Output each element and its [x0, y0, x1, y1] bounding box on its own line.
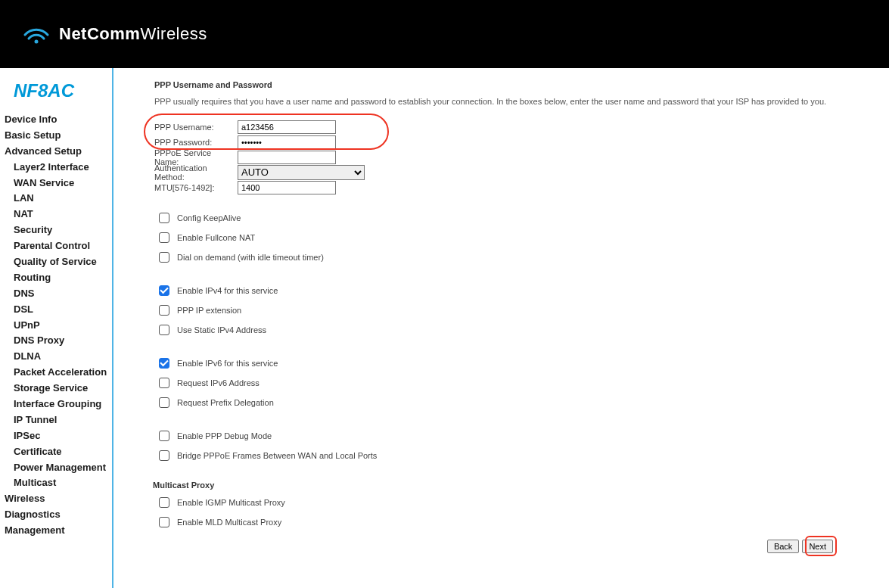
app-header: NetCommWireless	[0, 0, 889, 68]
nav-ipsec[interactable]: IPSec	[14, 428, 112, 444]
nav-security[interactable]: Security	[14, 222, 112, 238]
brand-logo: NetCommWireless	[23, 23, 207, 45]
nav-advanced-setup[interactable]: Advanced Setup	[5, 144, 112, 160]
nav-basic-setup[interactable]: Basic Setup	[5, 128, 112, 144]
chk-dod[interactable]	[159, 252, 169, 263]
lbl-keepalive: Config KeepAlive	[177, 213, 241, 222]
nav-wan-service[interactable]: WAN Service	[14, 176, 112, 191]
nav-upnp[interactable]: UPnP	[14, 318, 112, 334]
auth-method-select[interactable]: AUTO	[238, 165, 365, 180]
nav-dlna[interactable]: DLNA	[14, 349, 112, 365]
nav-interface-grouping[interactable]: Interface Grouping	[14, 397, 112, 412]
ppp-password-input[interactable]	[238, 135, 336, 149]
lbl-dod: Dial on demand (with idle timeout timer)	[177, 253, 324, 262]
mtu-input[interactable]	[238, 181, 336, 194]
nav-certificate[interactable]: Certificate	[14, 444, 112, 460]
nav-parental-control[interactable]: Parental Control	[14, 238, 112, 254]
nav-dsl[interactable]: DSL	[14, 302, 112, 318]
chk-pppip[interactable]	[159, 305, 169, 316]
chk-reqpd[interactable]	[159, 397, 169, 408]
nav-management[interactable]: Management	[5, 523, 112, 539]
nav-multicast[interactable]: Multicast	[14, 475, 112, 491]
brand-name-light: Wireless	[140, 24, 207, 44]
chk-fullcone[interactable]	[159, 232, 169, 243]
nav-storage-service[interactable]: Storage Service	[14, 381, 112, 397]
nav-diagnostics[interactable]: Diagnostics	[5, 507, 112, 523]
back-button[interactable]: Back	[767, 540, 799, 553]
chk-staticv4[interactable]	[159, 325, 169, 335]
nav-packet-acceleration[interactable]: Packet Acceleration	[14, 365, 112, 381]
nav-routing[interactable]: Routing	[14, 270, 112, 286]
page-title: PPP Username and Password	[154, 80, 871, 89]
nav-dns-proxy[interactable]: DNS Proxy	[14, 333, 112, 349]
model-label: NF8AC	[0, 76, 112, 112]
multicast-section-title: Multicast Proxy	[153, 481, 871, 490]
chk-ipv4[interactable]	[159, 285, 169, 296]
chk-igmp[interactable]	[159, 497, 169, 508]
chk-bridge[interactable]	[159, 450, 169, 461]
lbl-reqv6: Request IPv6 Address	[177, 378, 260, 387]
chk-keepalive[interactable]	[159, 213, 169, 223]
next-button[interactable]: Next	[802, 540, 833, 553]
chk-ipv6[interactable]	[159, 358, 169, 369]
nav-dns[interactable]: DNS	[14, 286, 112, 302]
lbl-fullcone: Enable Fullcone NAT	[177, 233, 255, 242]
brand-name-bold: NetComm	[59, 24, 140, 44]
lbl-reqpd: Request Prefix Delegation	[177, 398, 274, 407]
page-intro: PPP usually requires that you have a use…	[154, 97, 871, 106]
sidebar: NF8AC Device Info Basic Setup Advanced S…	[0, 68, 113, 588]
lbl-bridge: Bridge PPPoE Frames Between WAN and Loca…	[177, 451, 377, 460]
pppoe-service-input[interactable]	[238, 151, 336, 164]
lbl-mld: Enable MLD Multicast Proxy	[177, 518, 281, 527]
lbl-ipv6: Enable IPv6 for this service	[177, 359, 278, 368]
ppp-username-input[interactable]	[238, 120, 336, 134]
lbl-debug: Enable PPP Debug Mode	[177, 431, 272, 440]
nav-ip-tunnel[interactable]: IP Tunnel	[14, 412, 112, 428]
wifi-arc-icon	[23, 23, 50, 45]
lbl-ipv4: Enable IPv4 for this service	[177, 286, 278, 295]
nav-wireless[interactable]: Wireless	[5, 491, 112, 507]
nav-layer2-interface[interactable]: Layer2 Interface	[14, 160, 112, 176]
label-password: PPP Password:	[154, 138, 238, 147]
nav-lan[interactable]: LAN	[14, 191, 112, 207]
label-username: PPP Username:	[154, 123, 238, 132]
label-mtu: MTU[576-1492]:	[154, 183, 238, 192]
label-auth: Authentication Method:	[154, 163, 238, 182]
nav-device-info[interactable]: Device Info	[5, 112, 112, 128]
lbl-staticv4: Use Static IPv4 Address	[177, 325, 266, 334]
nav-nat[interactable]: NAT	[14, 207, 112, 222]
lbl-igmp: Enable IGMP Multicast Proxy	[177, 498, 285, 507]
content-area: PPP Username and Password PPP usually re…	[113, 68, 889, 588]
chk-debug[interactable]	[159, 431, 169, 441]
chk-reqv6[interactable]	[159, 378, 169, 388]
chk-mld[interactable]	[159, 517, 169, 527]
nav-qos[interactable]: Quality of Service	[14, 254, 112, 270]
svg-point-0	[35, 40, 39, 44]
lbl-pppip: PPP IP extension	[177, 306, 241, 315]
nav-power-management[interactable]: Power Management	[14, 460, 112, 476]
